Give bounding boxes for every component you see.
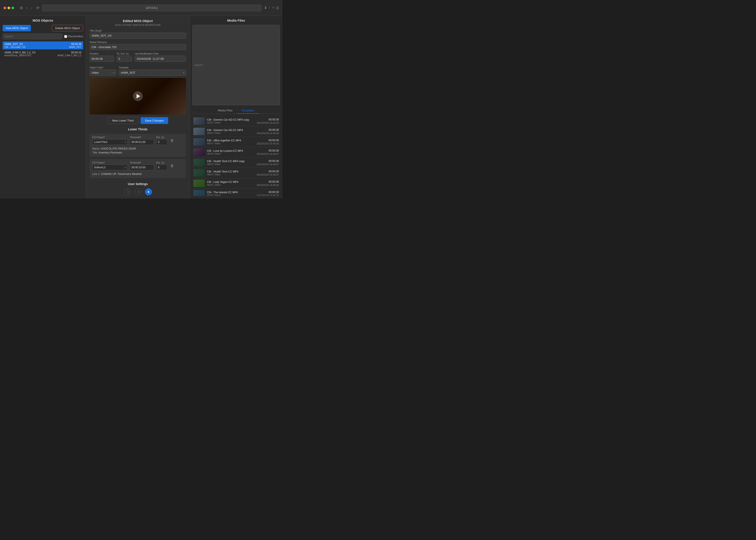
lt-dur-group-2: Dur. (s) xyxy=(156,161,167,170)
placeholders-checkbox[interactable] xyxy=(64,35,67,38)
mos-item-sub: CM - chocolate 720 xyxy=(4,46,25,48)
media-name: CM - Love by Lozano-CC MP4 xyxy=(207,149,254,152)
lt-title-value: Inventory Plummets xyxy=(99,151,122,154)
new-tab-icon[interactable]: + xyxy=(272,6,274,10)
object-type-select[interactable]: Video xyxy=(89,69,116,76)
lt-delete-button[interactable]: 🗑 xyxy=(170,139,175,143)
media-type: HEVC Video xyxy=(207,132,254,134)
traffic-lights xyxy=(4,7,14,9)
lt-name-key: Name: xyxy=(92,147,101,150)
last-mod-input[interactable] xyxy=(135,56,186,62)
media-date: 2022/03/29 16:49:07 xyxy=(257,153,279,155)
mos-item-sub: AdobeStock_286910752 xyxy=(4,54,31,57)
media-item[interactable]: CM - The islands-CC MP4 HEVC Video 00:00… xyxy=(193,189,280,196)
template-select[interactable]: ANIM_SOT xyxy=(119,69,186,76)
media-info: CM - Lady Vegan-CC MP4 HEVC Video xyxy=(207,181,254,186)
mos-item-row: ANIM_CAM 3_Mic 1,2_XX 00:00:16 xyxy=(4,51,81,54)
media-item[interactable]: CM - Lady Vegan-CC MP4 HEVC Video 00:00:… xyxy=(193,178,280,189)
media-item[interactable]: CM - Health Tech-CC MP4 HEVC Video 00:00… xyxy=(193,168,280,178)
center-panel-title: Edited MOS Object xyxy=(89,19,186,23)
lt-cg-project-select-2[interactable]: SoftronL3 xyxy=(92,165,127,170)
media-item[interactable]: CM - office together-CC MP4 HEVC Video 0… xyxy=(193,137,280,147)
right-panel: Media Files Media Files Templates CM - G… xyxy=(190,16,282,199)
tab-media-files[interactable]: Media Files xyxy=(214,107,237,114)
tabs-icon[interactable]: ⊡ xyxy=(276,6,279,10)
main-layout: MOS Objects New MOS Object Delete MOS Ob… xyxy=(0,16,282,199)
media-name: CM - Generic Car AD-CC MP4 xyxy=(207,129,254,132)
mos-item[interactable]: ANIM_CAM 3_Mic 1,2_XX 00:00:16 AdobeStoc… xyxy=(3,50,83,58)
lt-row-1: CG Project* LowerThird Timecode* Dur. (s… xyxy=(92,136,183,145)
title-input[interactable] xyxy=(89,33,186,39)
mos-item-slug: ANIM_SOT xyxy=(69,46,81,48)
minimize-button[interactable] xyxy=(8,7,10,9)
sidebar-toggle-button[interactable]: ⊞ xyxy=(19,5,24,11)
template-label: Template xyxy=(119,66,186,69)
media-duration: 00:00:30 xyxy=(257,128,279,131)
duration-label: Duration xyxy=(89,52,114,55)
lt-timecode-input-2[interactable] xyxy=(130,165,154,170)
lt-timecode-input[interactable] xyxy=(130,139,154,145)
close-button[interactable] xyxy=(4,7,6,9)
media-date: 2022/03/29 16:49:18 xyxy=(257,142,279,145)
user-settings-title: User Settings xyxy=(89,182,186,186)
history-icon: ⟳ xyxy=(36,6,40,10)
media-date: 2022/03/29 16:48:46 xyxy=(257,184,279,187)
lt-cg-select-wrapper: LowerThird xyxy=(92,139,127,145)
mos-item[interactable]: ANIM_SOT_XX 00:00:36 CM - chocolate 720 … xyxy=(3,42,83,50)
settings-icon-1[interactable]: ☽ xyxy=(124,189,131,196)
media-name: CM - office together-CC MP4 xyxy=(207,139,254,142)
lt-dur-input-2[interactable] xyxy=(156,165,167,170)
fullscreen-button[interactable] xyxy=(11,7,14,9)
media-item[interactable]: CM - Health Tech-CC MP4 copy HEVC Video … xyxy=(193,158,280,168)
tab-templates[interactable]: Templates xyxy=(237,107,259,114)
lt-line1-value: COMING UP: Tomorrow's Weather xyxy=(101,173,142,176)
media-search-input[interactable] xyxy=(193,25,280,105)
media-name: CM - Health Tech-CC MP4 copy xyxy=(207,160,254,163)
lt-name-value: CHOCOLATE PRICES SOAR xyxy=(101,147,136,150)
media-duration: 00:00:30 xyxy=(257,180,279,183)
lt-delete-button-2[interactable]: 🗑 xyxy=(170,164,175,168)
th-dur-input[interactable] xyxy=(116,56,132,62)
media-info: CM - office together-CC MP4 HEVC Video xyxy=(207,139,254,145)
media-meta: 00:00:30 2022/03/29 16:48:46 xyxy=(257,180,279,187)
template-select-wrapper: ANIM_SOT xyxy=(119,69,186,76)
media-item[interactable]: CM - Generic Car AD-CC MP4 copy HEVC Vid… xyxy=(193,116,280,126)
new-mos-object-button[interactable]: New MOS Object xyxy=(3,25,31,31)
mos-list: ANIM_SOT_XX 00:00:36 CM - chocolate 720 … xyxy=(3,42,83,196)
settings-icon-3[interactable]: ✦ xyxy=(145,189,152,196)
placeholders-toggle[interactable]: Placeholders xyxy=(64,35,83,38)
media-meta: 00:00:30 2022/03/29 16:49:18 xyxy=(257,139,279,145)
media-thumbnail xyxy=(193,169,205,177)
lt-dur-input[interactable] xyxy=(156,139,167,145)
media-type: HEVC Video xyxy=(207,142,254,145)
media-name: CM - Lady Vegan-CC MP4 xyxy=(207,181,254,184)
settings-icon-2[interactable]: ☽ xyxy=(134,189,141,196)
play-button[interactable] xyxy=(133,91,143,101)
media-name: CM - The islands-CC MP4 xyxy=(207,191,254,194)
panel-actions: New MOS Object Delete MOS Object xyxy=(3,25,83,31)
download-icon[interactable]: ⬇ xyxy=(264,6,267,10)
save-changes-button[interactable]: Save Changes xyxy=(141,117,168,124)
th-dur-label: Th. Dur. (s) xyxy=(116,52,132,55)
media-item[interactable]: CM - Love by Lozano-CC MP4 HEVC Video 00… xyxy=(193,147,280,158)
mos-search-input[interactable] xyxy=(3,34,63,39)
media-filename-label: Media Filename xyxy=(89,41,186,44)
media-thumbnail xyxy=(193,117,205,125)
type-template-row: Object Type* Video Template ANIM_SOT xyxy=(89,66,186,76)
mos-item-sub-row: CM - chocolate 720 ANIM_SOT xyxy=(4,46,81,48)
forward-button[interactable]: › xyxy=(30,5,33,11)
center-uuid: be9cc179-4b51-46e6-9c18-8b92f6523a99 xyxy=(89,24,186,26)
media-info: CM - Generic Car AD-CC MP4 copy HEVC Vid… xyxy=(207,118,254,124)
back-button[interactable]: ‹ xyxy=(25,5,29,11)
delete-mos-object-button[interactable]: Delete MOS Object xyxy=(52,25,83,31)
media-thumbnail xyxy=(193,138,205,146)
media-item[interactable]: CM - Generic Car AD-CC MP4 HEVC Video 00… xyxy=(193,126,280,137)
media-meta: 00:00:30 2022/03/29 16:49:28 xyxy=(257,128,279,135)
duration-input[interactable] xyxy=(89,56,114,62)
share-icon[interactable]: ↑ xyxy=(269,6,270,10)
new-lower-third-button[interactable]: New Lower Third xyxy=(107,117,138,124)
video-thumbnail xyxy=(89,78,186,114)
address-bar[interactable]: 127.0.0.1 xyxy=(42,5,261,11)
lt-cg-project-select[interactable]: LowerThird xyxy=(92,139,127,145)
media-filename-input[interactable] xyxy=(89,44,186,50)
